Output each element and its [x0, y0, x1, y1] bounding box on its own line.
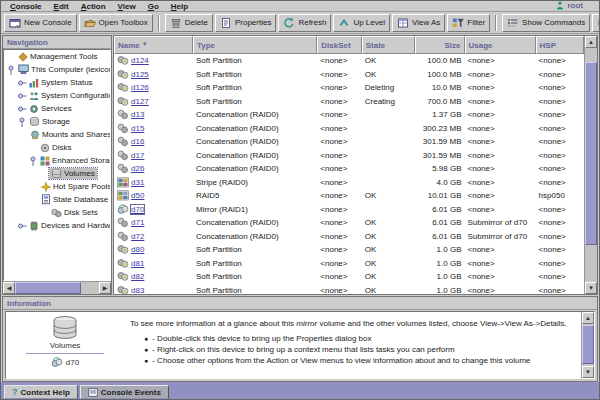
concatenation-icon — [117, 231, 129, 242]
column-header-type[interactable]: Type — [193, 36, 317, 54]
table-row-d26[interactable]: d26Concatenation (RAID0)<none>5.98 GB<no… — [114, 162, 584, 176]
volume-link-d80[interactable]: d80 — [131, 245, 144, 254]
table-row-d15[interactable]: d15Concatenation (RAID0)<none>300.23 MB<… — [114, 122, 584, 136]
tree-item-enhanced-storage[interactable]: Enhanced Storage — [4, 154, 110, 167]
refresh-button[interactable]: Refresh — [278, 14, 331, 32]
tab-context-help[interactable]: ?Context Help — [4, 385, 78, 399]
new-console-button[interactable]: New Console — [4, 14, 77, 32]
open-toolbox-button[interactable]: Open Toolbox — [79, 14, 153, 32]
volume-link-d125[interactable]: d125 — [131, 70, 149, 79]
volume-link-d126[interactable]: d126 — [131, 83, 149, 92]
table-row-d70[interactable]: d70Mirror (RAID1)<none>6.01 GB<none><non… — [114, 203, 584, 217]
column-header-size[interactable]: Size — [415, 36, 464, 54]
tab-console-events[interactable]: Console Events — [80, 385, 169, 399]
view-as-button[interactable]: View As — [392, 14, 445, 32]
navigation-horizontal-scrollbar[interactable]: ◀ ▶ — [3, 281, 111, 294]
table-row-d17[interactable]: d17Concatenation (RAID0)<none>301.59 MB<… — [114, 149, 584, 163]
volume-link-d83[interactable]: d83 — [131, 286, 144, 294]
menu-view[interactable]: View — [112, 2, 142, 11]
volume-link-d17[interactable]: d17 — [131, 151, 144, 160]
up-level-button[interactable]: Up Level — [333, 14, 390, 32]
tree-item-hot-spare-pools[interactable]: Hot Spare Pools — [4, 180, 110, 193]
scroll-down-button[interactable]: ▼ — [582, 366, 594, 378]
volume-link-d13[interactable]: d13 — [131, 110, 144, 119]
volume-link-d81[interactable]: d81 — [131, 259, 144, 268]
table-row-d83[interactable]: d83Soft Partition<none>OK1.0 GB<none><no… — [114, 284, 584, 295]
volume-link-d127[interactable]: d127 — [131, 97, 149, 106]
scroll-right-button[interactable]: ▶ — [99, 282, 111, 294]
column-header-hsp[interactable]: HSP — [536, 36, 584, 54]
show-commands-button[interactable]: Show Commands — [502, 14, 590, 32]
menu-edit[interactable]: Edit — [48, 2, 75, 11]
column-header-usage[interactable]: Usage — [465, 36, 536, 54]
table-scroll-track[interactable] — [585, 48, 597, 282]
table-row-d126[interactable]: d126Soft Partition<none>Deleting10.0 MB<… — [114, 81, 584, 95]
tree-item-disks[interactable]: Disks — [4, 141, 110, 154]
table-row-d127[interactable]: d127Soft Partition<none>Creating700.0 MB… — [114, 95, 584, 109]
tree-item-disk-sets[interactable]: Disk Sets — [4, 206, 110, 219]
properties-button[interactable]: Properties — [215, 14, 276, 32]
information-scroll-track[interactable] — [582, 324, 594, 366]
tab-label: Context Help — [21, 388, 70, 397]
table-row-d13[interactable]: d13Concatenation (RAID0)<none>1.37 GB<no… — [114, 108, 584, 122]
information-vertical-scrollbar[interactable]: ▲ ▼ — [581, 312, 594, 378]
tree-item-services[interactable]: Services — [4, 102, 110, 115]
scroll-up-button[interactable]: ▲ — [582, 312, 594, 324]
tree-item-state-database[interactable]: State Database — [4, 193, 110, 206]
volume-link-d31[interactable]: d31 — [131, 178, 144, 187]
table-row-d124[interactable]: d124Soft Partition<none>OK100.0 MB<none>… — [114, 54, 584, 68]
column-header-diskset[interactable]: DiskSet — [317, 36, 361, 54]
menu-go[interactable]: Go — [142, 2, 165, 11]
menu-help[interactable]: Help — [165, 2, 194, 11]
information-bullet: ●- Right-click on this device to bring u… — [130, 344, 577, 355]
table-row-d16[interactable]: d16Concatenation (RAID0)<none>301.59 MB<… — [114, 135, 584, 149]
tree-item-volumes[interactable]: Volumes — [4, 167, 110, 180]
volume-link-d82[interactable]: d82 — [131, 272, 144, 281]
cell-hsp: <none> — [536, 232, 584, 241]
volume-link-d16[interactable]: d16 — [131, 137, 144, 146]
table-scroll-thumb[interactable] — [585, 62, 597, 245]
table-vertical-scrollbar[interactable]: ▲ ▼ — [584, 36, 597, 294]
tree-item-devices-and-hardware[interactable]: Devices and Hardware — [4, 219, 110, 232]
menu-console[interactable]: Console — [4, 2, 48, 11]
cell-diskset: <none> — [317, 110, 361, 119]
column-header-state[interactable]: State — [362, 36, 415, 54]
volume-link-d124[interactable]: d124 — [131, 56, 149, 65]
tree-item-system-configuration[interactable]: System Configuration — [4, 89, 110, 102]
table-row-d82[interactable]: d82Soft Partition<none>OK1.0 GB<none><no… — [114, 270, 584, 284]
table-row-d31[interactable]: d31Stripe (RAID0)<none>4.0 GB<none><none… — [114, 176, 584, 190]
tree-item-management-tools[interactable]: Management Tools — [4, 50, 110, 63]
tree-item-storage[interactable]: Storage — [4, 115, 110, 128]
table-row-d81[interactable]: d81Soft Partition<none>OK1.0 GB<none><no… — [114, 257, 584, 271]
menu-action[interactable]: Action — [75, 2, 112, 11]
filter-button[interactable]: Filter — [447, 14, 490, 32]
table-row-d125[interactable]: d125Soft Partition<none>OK100.0 MB<none>… — [114, 68, 584, 82]
navigation-scroll-track[interactable] — [15, 282, 99, 294]
navigation-scroll-thumb[interactable] — [15, 282, 81, 294]
table-row-d80[interactable]: d80Soft Partition<none>OK1.0 GB<none><no… — [114, 243, 584, 257]
volume-link-d70[interactable]: d70 — [131, 205, 144, 214]
table-body: d124Soft Partition<none>OK100.0 MB<none>… — [114, 54, 584, 294]
volume-link-d71[interactable]: d71 — [131, 218, 144, 227]
volume-link-d26[interactable]: d26 — [131, 164, 144, 173]
scroll-left-button[interactable]: ◀ — [3, 282, 15, 294]
help-icon: ? — [12, 387, 18, 397]
scroll-up-button[interactable]: ▲ — [585, 36, 597, 48]
delete-button[interactable]: Delete — [165, 14, 213, 32]
column-header-name[interactable]: Name▼ — [114, 36, 193, 54]
table-row-d72[interactable]: d72Concatenation (RAID0)<none>OK6.01 GBS… — [114, 230, 584, 244]
tree-item-system-status[interactable]: System Status — [4, 76, 110, 89]
information-scroll-thumb[interactable] — [582, 325, 594, 364]
volume-link-d72[interactable]: d72 — [131, 232, 144, 241]
cell-usage: <none> — [465, 137, 536, 146]
volume-link-d15[interactable]: d15 — [131, 124, 144, 133]
tree-item-this-computer-lexicon[interactable]: This Computer (lexicon) — [4, 63, 110, 76]
tree-item-mounts-and-shares[interactable]: Mounts and Shares — [4, 128, 110, 141]
cre-button[interactable]: Cre... — [592, 14, 600, 32]
table-row-d71[interactable]: d71Concatenation (RAID0)<none>OK6.01 GBS… — [114, 216, 584, 230]
table-row-d50[interactable]: d50RAID5<none>OK10.01 GB<none>hsp050 — [114, 189, 584, 203]
tree-label-wrap: This Computer (lexicon) — [16, 64, 111, 75]
disk-sets-icon — [51, 208, 62, 218]
scroll-down-button[interactable]: ▼ — [585, 282, 597, 294]
volume-link-d50[interactable]: d50 — [131, 191, 144, 200]
